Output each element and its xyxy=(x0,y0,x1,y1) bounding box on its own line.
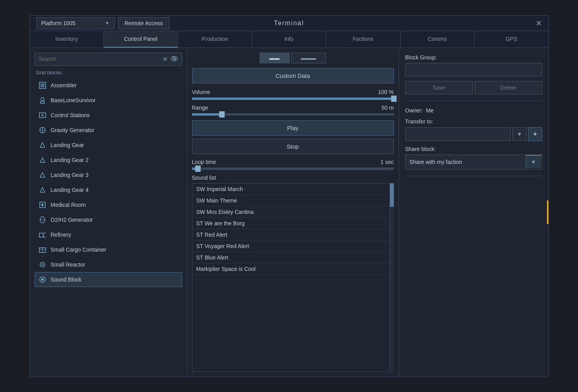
block-icon xyxy=(38,275,47,284)
block-icon xyxy=(38,171,47,179)
volume-value: 100 % xyxy=(378,89,394,95)
svg-rect-4 xyxy=(41,83,44,87)
list-item[interactable]: Small Reactor xyxy=(35,257,182,272)
list-item[interactable]: SW Main Theme xyxy=(192,195,390,206)
block-name: Landing Gear 4 xyxy=(51,187,89,193)
list-item[interactable]: Landing Gear 3 xyxy=(35,167,182,182)
list-item[interactable]: SW Imperial March xyxy=(192,184,390,195)
transfer-input[interactable] xyxy=(405,127,511,141)
block-name: Landing Gear 2 xyxy=(51,157,89,163)
list-item[interactable]: Refinery xyxy=(35,227,182,242)
custom-data-button[interactable]: Custom Data xyxy=(192,68,394,83)
share-block-row: Share with my faction ▼ xyxy=(405,155,542,169)
svg-rect-6 xyxy=(41,101,44,103)
list-item[interactable]: Landing Gear xyxy=(35,138,182,153)
stop-button[interactable]: Stop xyxy=(192,139,394,154)
loop-time-thumb[interactable] xyxy=(195,166,201,172)
list-item[interactable]: ST Voyager Red Alert xyxy=(192,241,390,252)
sound-list[interactable]: SW Imperial MarchSW Main ThemeSW Mos Eis… xyxy=(192,183,390,372)
sub-tab-2[interactable]: ▬▬▬ xyxy=(291,53,326,63)
loop-time-label-row: Loop time 1 sec xyxy=(192,159,394,165)
block-icon xyxy=(38,141,47,149)
list-item[interactable]: ST Red Alert xyxy=(192,229,390,241)
list-item[interactable]: ST Blue Alert xyxy=(192,252,390,263)
delete-button[interactable]: Delete xyxy=(475,81,542,94)
remote-access-button[interactable]: Remote Access xyxy=(118,17,170,29)
block-icon xyxy=(38,96,47,105)
middle-panel: ▬▬ ▬▬▬ Custom Data Volume 100 % Range 50… xyxy=(187,48,399,377)
svg-rect-21 xyxy=(39,233,43,237)
range-label: Range xyxy=(192,105,208,111)
block-icon xyxy=(38,260,47,269)
search-bar: ✕ xyxy=(35,53,182,66)
block-name: Landing Gear 3 xyxy=(51,172,89,178)
tab-factions[interactable]: Factions xyxy=(326,31,400,48)
grid-blocks-label: Grid blocks: xyxy=(35,70,182,75)
title-bar: Platform 1005 ▼ Remote Access Terminal ✕ xyxy=(30,16,548,31)
right-panel: Block Group: Save Delete Owner: Me Trans… xyxy=(399,48,548,377)
range-label-row: Range 50 m xyxy=(192,105,394,111)
sub-tab-1[interactable]: ▬▬ xyxy=(260,53,290,63)
list-item[interactable]: Small Cargo Container xyxy=(35,242,182,257)
search-filter-button[interactable] xyxy=(171,56,178,63)
owner-row: Owner: Me xyxy=(405,107,542,114)
svg-line-23 xyxy=(43,236,46,238)
tab-control-panel[interactable]: Control Panel xyxy=(104,31,178,48)
share-block-section: Share block: Share with my faction ▼ xyxy=(405,146,542,169)
range-thumb[interactable] xyxy=(219,111,225,118)
block-name: Medical Room xyxy=(51,202,86,208)
share-block-dropdown-button[interactable]: ▼ xyxy=(526,155,542,169)
list-item[interactable]: Markiplier Space is Cool xyxy=(192,263,390,275)
list-item[interactable]: Sound Block xyxy=(35,272,182,287)
list-item[interactable]: Landing Gear 2 xyxy=(35,153,182,167)
transfer-add-button[interactable]: + xyxy=(528,127,542,141)
close-button[interactable]: ✕ xyxy=(536,19,542,27)
loop-time-value: 1 sec xyxy=(380,159,393,165)
tab-inventory[interactable]: Inventory xyxy=(30,31,104,48)
block-name: Refinery xyxy=(51,232,71,238)
volume-thumb[interactable] xyxy=(391,96,397,102)
list-item[interactable]: BaseLoneSurvivor xyxy=(35,93,182,108)
sound-list-label: Sound list xyxy=(192,175,394,181)
save-button[interactable]: Save xyxy=(405,81,473,94)
range-slider[interactable] xyxy=(192,113,394,116)
block-icon xyxy=(38,245,47,254)
list-item[interactable]: Medical Room xyxy=(35,197,182,212)
list-item[interactable]: SW Mos Eisley Cantina xyxy=(192,206,390,218)
search-clear-button[interactable]: ✕ xyxy=(163,55,168,63)
search-input[interactable] xyxy=(39,56,159,62)
tab-info[interactable]: Info xyxy=(252,31,326,48)
block-name: Gravity Generator xyxy=(51,127,94,133)
volume-label: Volume xyxy=(192,89,211,95)
tab-gps[interactable]: GPS xyxy=(475,31,548,48)
list-item[interactable]: Assembler xyxy=(35,78,182,93)
block-group-section: Block Group: xyxy=(405,54,542,76)
block-group-label: Block Group: xyxy=(405,54,542,61)
tab-production[interactable]: Production xyxy=(178,31,252,48)
block-icon xyxy=(38,81,47,90)
list-item[interactable]: Control Stations xyxy=(35,108,182,123)
list-item[interactable]: O2/H2 Generator xyxy=(35,212,182,227)
block-name: Small Cargo Container xyxy=(51,247,107,253)
block-icon xyxy=(38,230,47,239)
right-accent-bar xyxy=(547,201,548,224)
block-name: Small Reactor xyxy=(51,261,85,268)
loop-time-slider[interactable] xyxy=(192,167,394,170)
list-item[interactable]: ST We are the Borg xyxy=(192,218,390,229)
svg-point-30 xyxy=(41,278,44,281)
play-button[interactable]: Play xyxy=(192,120,394,136)
volume-slider[interactable] xyxy=(192,98,394,100)
transfer-dropdown-button[interactable]: ▼ xyxy=(512,127,526,141)
sound-list-scrollbar[interactable] xyxy=(390,183,394,372)
list-item[interactable]: Gravity Generator xyxy=(35,123,182,138)
block-name: BaseLoneSurvivor xyxy=(51,97,96,103)
block-group-input[interactable] xyxy=(405,63,542,76)
transfer-row: ▼ + xyxy=(405,127,542,141)
list-item[interactable]: Landing Gear 4 xyxy=(35,182,182,197)
tab-comms[interactable]: Comms xyxy=(401,31,475,48)
loop-time-label: Loop time xyxy=(192,159,216,165)
block-name: Control Stations xyxy=(51,112,90,118)
range-value: 50 m xyxy=(381,105,393,111)
platform-selector[interactable]: Platform 1005 ▼ xyxy=(36,17,115,29)
platform-dropdown-icon: ▼ xyxy=(105,20,110,26)
